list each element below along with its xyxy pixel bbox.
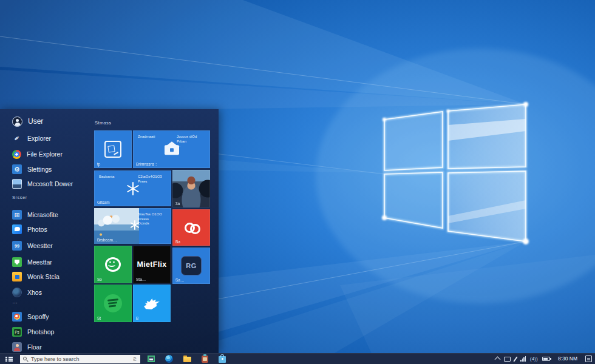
sidebar-more-dots: …	[12, 298, 18, 305]
sidebar-item-weestter[interactable]: 99 Weestter	[0, 239, 90, 252]
task-view-button[interactable]	[148, 356, 155, 362]
search-input[interactable]: Type here to search Ƨ	[20, 355, 140, 363]
sidebar-item-label: Explorer	[27, 135, 51, 142]
photo-icon	[12, 179, 22, 189]
sidebar-item-file-explorer[interactable]: File Explorer	[0, 147, 90, 161]
xbox-sphere-icon	[12, 288, 22, 297]
sidebar-item-label: Mccosoft Dower	[27, 180, 73, 187]
gear-icon: ⚙	[12, 164, 22, 174]
tile-text-line: C2taGs4O1O3	[138, 175, 162, 178]
tile-label: Brimnssns :	[136, 162, 157, 166]
tile-mietflix[interactable]: MietFlix Sta…	[133, 246, 171, 283]
taskbar-icons	[148, 355, 226, 363]
store-button[interactable]	[219, 356, 226, 363]
sidebar-item-label: Sopoffy	[27, 313, 49, 320]
sidebar-item-label: Weestter	[27, 242, 53, 249]
sidebar-item-micrasofite[interactable]: ⊞ Micrasofite	[0, 208, 90, 221]
start-menu: User ✒ Explorer File Explorer ⚙ Sletting…	[0, 109, 219, 353]
start-menu-tiles: Stmass tp Znadmaati Jcuoos diÖd Prban … …	[90, 109, 219, 353]
tile-label: Gitsam	[97, 200, 110, 204]
sidebar-item-sopoffy[interactable]: Sopoffy	[0, 310, 90, 323]
sidebar-item-photshop[interactable]: Ps Photshop	[0, 325, 90, 339]
sidebar-item-microsoft-dower[interactable]: Mccosoft Dower	[0, 177, 90, 190]
user-name: User	[28, 117, 43, 126]
twitter-bird-icon	[144, 297, 160, 310]
tile-text-line: …	[177, 144, 180, 147]
tile-twitter[interactable]: B	[133, 285, 171, 322]
cortana-icon[interactable]: Ƨ	[133, 356, 137, 362]
tile-label: tp	[97, 162, 100, 166]
start-button[interactable]	[0, 354, 18, 364]
mietflix-wordmark: MietFlix	[137, 260, 167, 269]
mail-app-button[interactable]	[202, 356, 208, 363]
tile-rg-app[interactable]: RG Sa…	[172, 248, 210, 284]
tile-spotify[interactable]: St	[94, 285, 132, 322]
tile-label: St	[97, 316, 101, 320]
sidebar-item-label: Meesttar	[27, 258, 52, 266]
icon-glyph: ✒	[12, 133, 22, 143]
sidebar-item-label: Photos	[27, 226, 47, 233]
sidebar-item-label: File Explorer	[27, 150, 63, 158]
tile-weather-photo[interactable]: StsuTss O1OO Prssss Ocinds Brsbeam…	[94, 208, 171, 244]
tile-text: Bacbanta	[99, 175, 114, 180]
tile-weather[interactable]: Bacbanta C2taGs4O1O3 Prses Gitsam	[94, 170, 171, 206]
user-avatar-icon	[12, 116, 22, 127]
tile-label: Sta…	[136, 277, 146, 281]
file-explorer-button[interactable]	[183, 357, 191, 362]
network-signal-icon[interactable]	[520, 356, 526, 362]
tile-news-photo[interactable]: 3a	[172, 170, 210, 207]
photoshop-icon: Ps	[12, 327, 22, 337]
tile-text-block: Jcuoos diÖd Prban …	[177, 135, 206, 149]
search-icon	[23, 357, 27, 360]
icon-glyph: Ps	[14, 329, 21, 335]
battery-icon[interactable]	[542, 357, 550, 361]
pen-icon: ✒	[12, 133, 22, 143]
language-indicator[interactable]: (4))	[530, 357, 538, 361]
clock[interactable]: 8:30 NM	[554, 356, 581, 362]
pen-icon[interactable]	[513, 356, 517, 362]
taskbar: Type here to search Ƨ (4)) 8:30 NM	[0, 353, 595, 364]
sidebar-item-label: Micrasofite	[27, 211, 58, 218]
rg-app-icon: RG	[181, 256, 202, 275]
sidebar-item-photos[interactable]: Photos	[0, 223, 90, 236]
sidebar-item-settings[interactable]: ⚙ Slettings	[0, 163, 90, 176]
tile-label: 3a	[175, 201, 180, 206]
sidebar-item-wonk-stcia[interactable]: Wonk Stcia	[0, 270, 90, 283]
tile-mail-calendar[interactable]: Znadmaati Jcuoos diÖd Prban … Brimnssns …	[133, 130, 210, 168]
display-icon[interactable]	[504, 357, 511, 362]
system-tray: (4)) 8:30 NM	[495, 354, 595, 364]
spotify-icon	[104, 294, 122, 312]
edge-browser-button[interactable]	[165, 355, 173, 363]
tile-photos[interactable]: tp	[94, 130, 132, 168]
chat-ring-icon	[105, 257, 121, 272]
tile-label: B	[136, 316, 138, 320]
sidebar-item-label: Photshop	[27, 328, 54, 335]
tile-label: Sa…	[175, 278, 184, 282]
sidebar-item-user[interactable]: User	[0, 114, 90, 129]
sidebar-item-label: Floar	[27, 343, 42, 351]
icon-glyph: 99	[15, 244, 19, 248]
browser-icon	[12, 150, 21, 159]
shield-icon	[12, 257, 22, 267]
person-icon	[12, 342, 22, 352]
sidebar-item-floar[interactable]: Floar	[0, 340, 90, 354]
tile-group-header: Stmass	[95, 120, 111, 126]
tile-label: So	[97, 277, 102, 281]
sidebar-item-xhos[interactable]: Xhos	[0, 286, 90, 299]
knot-icon	[185, 223, 199, 233]
sidebar-item-label: Slettings	[27, 166, 52, 173]
tile-text-line: StsuTss O1OO	[138, 212, 162, 216]
tile-text-line: Ocinds	[138, 221, 149, 225]
sidebar-item-meesttar[interactable]: Meesttar	[0, 255, 90, 269]
tile-label: Brsbeam…	[97, 238, 117, 242]
sidebar-item-explorer[interactable]: ✒ Explorer	[0, 132, 90, 145]
chat-bubble-icon	[12, 224, 22, 234]
globe-browser-icon	[12, 312, 22, 322]
photo-frame-icon	[104, 141, 121, 158]
action-center-icon[interactable]	[585, 356, 592, 362]
tray-expand-caret-icon[interactable]	[495, 357, 501, 363]
tile-wechat[interactable]: So	[94, 246, 132, 283]
tile-red-app[interactable]: Ba	[172, 209, 210, 246]
tile-text-line: Jcuoos diÖd	[177, 135, 197, 138]
tile-text-line: Prssss	[138, 217, 149, 221]
